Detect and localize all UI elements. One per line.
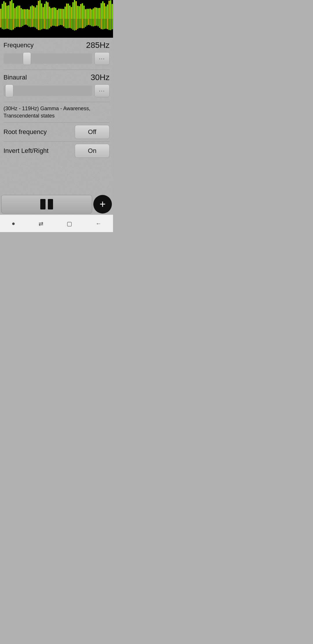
svg-rect-83 <box>65 7 66 19</box>
svg-rect-21 <box>16 7 17 19</box>
svg-rect-104 <box>80 19 81 28</box>
root-frequency-label: Root frequency <box>3 128 47 136</box>
nav-dot-icon[interactable]: ● <box>9 218 17 229</box>
svg-rect-95 <box>74 0 75 19</box>
nav-swap-icon[interactable]: ⇄ <box>36 218 46 229</box>
svg-rect-123 <box>96 8 97 19</box>
svg-rect-119 <box>93 8 94 19</box>
svg-rect-113 <box>88 9 89 19</box>
svg-rect-129 <box>101 3 102 19</box>
nav-square-icon[interactable]: ▢ <box>64 218 74 229</box>
nav-back-icon[interactable]: ← <box>93 218 104 229</box>
svg-rect-99 <box>77 6 78 19</box>
svg-rect-16 <box>11 19 12 30</box>
svg-rect-52 <box>39 19 41 30</box>
svg-rect-137 <box>107 4 108 19</box>
svg-rect-87 <box>68 3 69 19</box>
frequency-slider-row: ··· <box>3 51 110 68</box>
svg-rect-81 <box>63 9 64 19</box>
frequency-slider-track[interactable] <box>3 53 92 64</box>
svg-rect-49 <box>38 1 39 19</box>
svg-rect-70 <box>54 19 55 26</box>
svg-rect-63 <box>49 7 50 19</box>
svg-rect-75 <box>58 9 59 19</box>
svg-rect-98 <box>76 19 77 30</box>
svg-rect-117 <box>91 9 92 19</box>
svg-rect-34 <box>25 19 26 25</box>
svg-rect-73 <box>57 10 58 19</box>
svg-rect-85 <box>66 3 67 19</box>
svg-rect-45 <box>35 8 36 19</box>
svg-rect-27 <box>21 8 22 19</box>
svg-rect-60 <box>46 19 47 29</box>
svg-rect-9 <box>6 6 8 19</box>
svg-rect-24 <box>17 19 19 27</box>
svg-rect-26 <box>19 19 20 27</box>
svg-rect-12 <box>8 19 9 29</box>
svg-rect-90 <box>69 19 70 28</box>
svg-rect-1 <box>0 9 1 19</box>
svg-rect-89 <box>69 6 70 19</box>
svg-rect-46 <box>35 19 36 28</box>
svg-rect-141 <box>110 0 111 19</box>
svg-rect-120 <box>93 19 94 26</box>
svg-rect-17 <box>13 3 14 19</box>
nav-bar: ● ⇄ ▢ ← <box>0 215 113 232</box>
svg-rect-31 <box>24 9 25 19</box>
svg-rect-112 <box>86 19 88 26</box>
svg-rect-2 <box>0 19 1 28</box>
svg-rect-14 <box>10 19 11 30</box>
binaural-slider-thumb[interactable] <box>5 84 13 97</box>
binaural-slider-track[interactable] <box>3 86 92 96</box>
frequency-value: 285Hz <box>86 41 110 50</box>
svg-rect-108 <box>83 19 85 28</box>
svg-rect-67 <box>52 8 53 19</box>
svg-rect-54 <box>41 19 42 29</box>
svg-rect-96 <box>74 19 75 30</box>
svg-rect-22 <box>16 19 17 27</box>
svg-rect-142 <box>110 19 111 30</box>
binaural-more-button[interactable]: ··· <box>94 84 110 97</box>
svg-rect-10 <box>6 19 8 29</box>
frequency-slider-thumb[interactable] <box>23 52 31 65</box>
svg-rect-42 <box>32 19 33 27</box>
svg-rect-11 <box>8 5 9 19</box>
svg-rect-5 <box>3 1 4 19</box>
invert-lr-label: Invert Left/Right <box>3 147 48 155</box>
pause-button[interactable] <box>1 195 92 214</box>
svg-rect-62 <box>47 19 48 29</box>
svg-rect-43 <box>33 6 34 19</box>
svg-rect-88 <box>68 19 69 28</box>
svg-rect-97 <box>76 1 77 19</box>
invert-lr-toggle[interactable]: On <box>75 144 110 158</box>
app-container: /* rendered inline below */ Frequency 28… <box>0 0 113 232</box>
svg-rect-116 <box>90 19 91 26</box>
svg-rect-80 <box>61 19 63 25</box>
svg-rect-102 <box>79 19 80 28</box>
svg-rect-44 <box>33 19 34 27</box>
frequency-more-button[interactable]: ··· <box>94 52 110 65</box>
pause-icon <box>40 199 53 209</box>
svg-rect-59 <box>46 1 47 19</box>
svg-rect-134 <box>104 19 105 29</box>
svg-rect-130 <box>101 19 102 29</box>
svg-rect-100 <box>77 19 78 29</box>
svg-rect-6 <box>3 19 4 29</box>
svg-rect-28 <box>21 19 22 27</box>
svg-rect-107 <box>83 6 85 19</box>
svg-rect-30 <box>22 19 23 26</box>
svg-rect-74 <box>57 19 58 26</box>
svg-rect-36 <box>27 19 28 26</box>
svg-rect-40 <box>30 19 31 27</box>
svg-rect-103 <box>80 4 81 19</box>
svg-rect-114 <box>88 19 89 25</box>
svg-rect-139 <box>108 1 110 19</box>
svg-rect-50 <box>38 19 39 30</box>
svg-rect-126 <box>97 19 99 26</box>
svg-rect-61 <box>47 2 48 19</box>
add-button[interactable]: + <box>93 195 112 214</box>
svg-rect-53 <box>41 3 42 19</box>
svg-rect-20 <box>14 19 15 28</box>
root-frequency-toggle[interactable]: Off <box>75 125 110 139</box>
binaural-row: Binaural 30Hz <box>3 73 110 82</box>
